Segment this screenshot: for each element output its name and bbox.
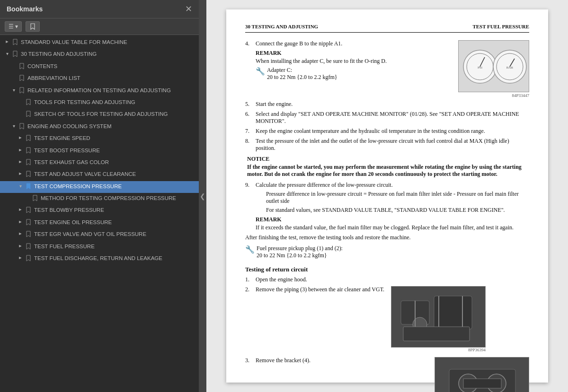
bookmark-label-30-testing: 30 TESTING AND ADJUSTING <box>21 50 196 58</box>
toggle-test-valve[interactable]: ► <box>16 171 25 177</box>
bookmarks-panel: Bookmarks ✕ ☰ ▾ ►STANDARD VALUE TABLE FO… <box>0 0 199 392</box>
toggle-method-compression[interactable] <box>23 195 31 201</box>
svg-rect-11 <box>434 296 472 329</box>
bookmark-item-abbrev[interactable]: ABBREVIATION LIST <box>0 73 199 85</box>
doc-item-num-9: 9. <box>245 182 256 189</box>
bookmark-item-test-blowby[interactable]: ►TEST BLOWBY PRESSURE <box>0 205 199 217</box>
panel-collapse-arrow[interactable]: ❮ <box>199 0 206 392</box>
toggle-test-boost[interactable]: ► <box>16 147 25 153</box>
toggle-contents[interactable] <box>9 63 18 70</box>
bookmark-icon <box>29 23 36 30</box>
bookmark-icon-test-fuel-pressure <box>25 243 32 252</box>
toggle-sketch-tools[interactable] <box>16 111 25 117</box>
bookmarks-close-button[interactable]: ✕ <box>185 5 192 13</box>
bookmark-label-test-engine-speed: TEST ENGINE SPEED <box>34 134 196 142</box>
toggle-test-fuel-discharge[interactable]: ► <box>16 255 25 261</box>
bookmark-label-test-fuel-pressure: TEST FUEL PRESSURE <box>34 243 196 250</box>
toggle-test-fuel-pressure[interactable]: ► <box>16 243 25 249</box>
svg-rect-13 <box>403 327 470 341</box>
toggle-30-testing[interactable]: ▾ <box>3 51 11 57</box>
toggle-test-egr[interactable]: ► <box>16 231 25 237</box>
engine-photo-1 <box>391 286 486 348</box>
doc-item-9: 9. Calculate the pressure difference of … <box>245 182 529 231</box>
bookmark-add-button[interactable] <box>26 21 40 32</box>
bookmark-icon-standard-value <box>11 39 19 47</box>
bookmark-icon-abbrev <box>18 75 26 83</box>
return-item-1: 1. Open the engine hood. <box>245 276 529 283</box>
bookmark-item-standard-value[interactable]: ►STANDARD VALUE TABLE FOR MACHINE <box>0 37 199 49</box>
bookmark-icon-test-compression <box>25 183 32 192</box>
return-item-num-1: 1. <box>245 276 256 283</box>
toggle-test-exhaust[interactable]: ► <box>16 159 25 165</box>
bookmark-item-engine-cooling[interactable]: ▾ENGINE AND COOLING SYSTEM <box>0 121 199 133</box>
engine-photo-2 <box>435 357 529 392</box>
doc-item-6: 6. Select and display "SET AND OPERATE M… <box>245 111 529 125</box>
doc-item-num-8: 8. <box>245 138 256 145</box>
bookmark-label-method-compression: METHOD FOR TESTING COMPRESSION PRESSURE <box>41 194 196 202</box>
bookmark-icon-test-oil-pressure <box>25 219 32 227</box>
notice-text: If the engine cannot be started, you may… <box>247 164 529 178</box>
doc-item-content-4: Connect the gauge B to the nipple A1. RE… <box>256 40 529 98</box>
toggle-tools-testing[interactable] <box>16 99 25 105</box>
doc-item-content-7: Keep the engine coolant temperature and … <box>256 128 529 135</box>
return-item-2-image-area: 8PP36394 <box>391 286 486 352</box>
gauge-image: PSI BAR <box>458 40 529 92</box>
document-page: 30 TESTING AND ADJUSTING TEST FUEL PRESS… <box>226 9 548 383</box>
fuel-plug-label: Fuel pressure pickup plug (1) and (2): <box>257 245 343 252</box>
wrench-text-4: Adapter C: 20 to 22 Nm {2.0 to 2.2 kgfm} <box>267 67 337 81</box>
bookmark-item-test-fuel-pressure[interactable]: ►TEST FUEL PRESSURE <box>0 241 199 253</box>
bookmark-menu-button[interactable]: ☰ ▾ <box>5 21 22 32</box>
bookmark-item-test-oil-pressure[interactable]: ►TEST ENGINE OIL PRESSURE <box>0 217 199 229</box>
bookmark-item-test-compression[interactable]: ▾TEST COMPRESSION PRESSURE <box>0 181 199 193</box>
bookmark-label-test-compression: TEST COMPRESSION PRESSURE <box>34 183 196 190</box>
bookmark-item-tools-testing[interactable]: TOOLS FOR TESTING AND ADJUSTING <box>0 97 199 109</box>
bookmark-icon-test-fuel-discharge <box>25 255 32 263</box>
remark-text-4: When installing the adapter C, be sure t… <box>256 58 452 65</box>
return-item-content-3: Remove the bracket (4). <box>256 357 529 392</box>
doc-item-9-text: Calculate the pressure difference of the… <box>256 182 529 189</box>
bookmark-label-test-egr: TEST EGR VALVE AND VGT OIL PRESSURE <box>34 230 196 238</box>
bookmark-item-test-egr[interactable]: ►TEST EGR VALVE AND VGT OIL PRESSURE <box>0 229 199 241</box>
adapter-label: Adapter C: <box>267 67 292 73</box>
bookmark-item-test-valve[interactable]: ►TEST AND ADJUST VALVE CLEARANCE <box>0 169 199 181</box>
return-item-2-layout: Remove the piping (3) between the air cl… <box>256 286 529 352</box>
return-item-3-image-area: 8PP36395 <box>435 357 529 392</box>
bookmark-icon-engine-cooling <box>18 123 26 131</box>
bookmark-item-contents[interactable]: CONTENTS <box>0 61 199 73</box>
bookmark-item-test-boost[interactable]: ►TEST BOOST PRESSURE <box>0 145 199 157</box>
bookmark-label-engine-cooling: ENGINE AND COOLING SYSTEM <box>27 122 196 130</box>
toggle-standard-value[interactable]: ► <box>3 39 11 45</box>
doc-item-9-sub2: For standard values, see STANDARD VALUE … <box>256 207 529 214</box>
toggle-test-blowby[interactable]: ► <box>16 207 25 213</box>
bookmark-item-test-exhaust[interactable]: ►TEST EXHAUST GAS COLOR <box>0 157 199 169</box>
toggle-test-engine-speed[interactable]: ► <box>16 135 25 141</box>
fuel-plug-torque: 20 to 22 Nm {2.0 to 2.2 kgfm} <box>257 252 327 259</box>
bookmark-icon-test-egr <box>25 231 32 239</box>
bookmark-item-30-testing[interactable]: ▾30 TESTING AND ADJUSTING <box>0 49 199 61</box>
return-circuit-heading: Testing of return circuit <box>245 266 529 273</box>
engine-photo-1-svg <box>391 287 486 348</box>
bookmark-item-method-compression[interactable]: METHOD FOR TESTING COMPRESSION PRESSURE <box>0 193 199 205</box>
after-test-text: After finishing the test, remove the tes… <box>245 234 529 241</box>
doc-header: 30 TESTING AND ADJUSTING TEST FUEL PRESS… <box>245 24 529 33</box>
wrench-row-2: 🔧 Fuel pressure pickup plug (1) and (2):… <box>245 245 529 259</box>
toggle-test-oil-pressure[interactable]: ► <box>16 219 25 225</box>
toggle-related-info[interactable]: ▾ <box>9 87 18 94</box>
doc-item-9-sub1: Pressure difference in low-pressure circ… <box>256 191 529 205</box>
bookmark-icon-tools-testing <box>25 99 32 107</box>
bookmark-item-related-info[interactable]: ▾RELATED INFORMATION ON TESTING AND ADJU… <box>0 85 199 97</box>
return-item-3: 3. Remove the bracket (4). <box>245 357 529 392</box>
bookmark-label-related-info: RELATED INFORMATION ON TESTING AND ADJUS… <box>27 87 196 94</box>
bookmark-item-test-fuel-discharge[interactable]: ►TEST FUEL DISCHARGE, RETURN AND LEAKAGE <box>0 253 199 265</box>
bookmark-label-test-valve: TEST AND ADJUST VALVE CLEARANCE <box>34 170 196 178</box>
wrench-text-2: Fuel pressure pickup plug (1) and (2): 2… <box>257 245 343 259</box>
bookmark-icon-test-engine-speed <box>25 135 32 143</box>
toggle-abbrev[interactable] <box>9 75 18 81</box>
toggle-engine-cooling[interactable]: ▾ <box>9 123 18 130</box>
bookmark-item-sketch-tools[interactable]: SKETCH OF TOOLS FOR TESTING AND ADJUSTIN… <box>0 109 199 121</box>
doc-item-4-image-area: PSI BAR 84P33447 <box>458 40 529 98</box>
bookmark-item-test-engine-speed[interactable]: ►TEST ENGINE SPEED <box>0 133 199 145</box>
toggle-test-compression[interactable]: ▾ <box>16 183 25 190</box>
notice-label: NOTICE <box>247 156 529 163</box>
return-item-content-1: Open the engine hood. <box>256 276 529 283</box>
